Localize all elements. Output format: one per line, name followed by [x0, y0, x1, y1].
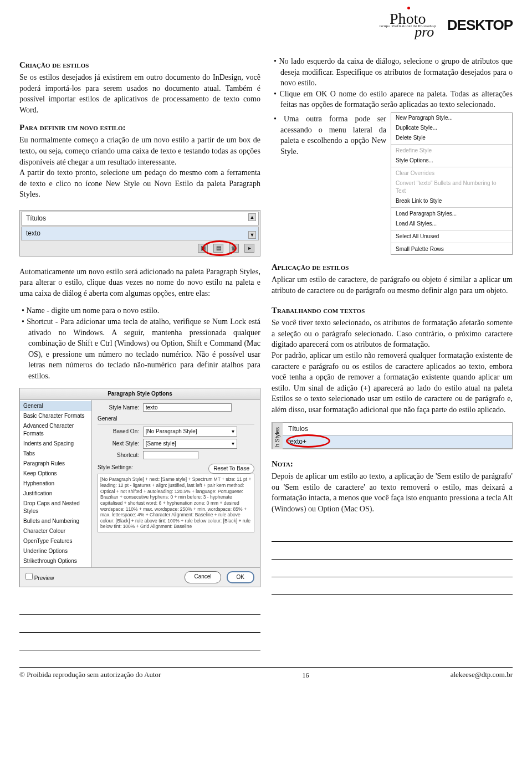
footer-email: alekeese@dtp.com.br	[451, 670, 513, 680]
sidebar-item[interactable]: Strikethrough Options	[20, 556, 91, 566]
para-intro: Se os estilos desejados já existirem em …	[19, 72, 260, 115]
palette-label: texto	[26, 229, 40, 237]
menu-item: Redefine Style	[391, 146, 512, 156]
section-general: General	[98, 415, 254, 424]
palette-row-titulos[interactable]: Títulos ▲	[21, 212, 259, 225]
figure-styles-palette: Títulos ▲ texto ▼ ▣ ▤ 🗑 ▸	[19, 210, 260, 257]
palette-tab[interactable]: h Styles	[272, 423, 283, 449]
left-column: Criação de estilos Se os estilos desejad…	[19, 56, 260, 650]
dialog-sidebar: General Basic Character Formats Advanced…	[20, 400, 92, 567]
sidebar-item[interactable]: Advanced Character Formats	[20, 421, 91, 439]
dialog-main: Style Name: General Based On: [No Paragr…	[92, 400, 260, 567]
para-definir1: Eu normalmente começo a criação de um no…	[19, 135, 260, 167]
bullet-select-group: No lado esquerdo da caixa de diálogo, se…	[272, 56, 513, 89]
notes-lines-right	[272, 524, 513, 595]
menu-item: Convert "texto" Bullets and Numbering to…	[391, 178, 512, 196]
bullet-list-right: No lado esquerdo da caixa de diálogo, se…	[272, 56, 513, 110]
new-style2-icon[interactable]: ▤	[213, 244, 223, 253]
menu-item[interactable]: New Paragraph Style...	[391, 113, 512, 123]
delete-style-icon[interactable]: 🗑	[229, 244, 239, 253]
reset-to-base-button[interactable]: Reset To Base	[208, 464, 254, 474]
footer-copyright: © Proibida reprodução sem autorização do…	[19, 670, 161, 680]
shortcut-label: Shortcut:	[98, 452, 139, 459]
figure-styles-palette2: h Styles Títulos texto+	[272, 422, 513, 450]
para-trab2: Por padrão, aplicar um estilo não remove…	[272, 350, 513, 416]
bullet-list-options: Name - digite um nome para o novo estilo…	[19, 305, 260, 381]
heading-aplicacao: Aplicação de estilos	[272, 261, 513, 273]
dialog-title: Paragraph Style Options	[20, 388, 260, 400]
logo-photopro: Photo Grupo Profissional de Photoshop pr…	[380, 11, 436, 39]
logo-desktop: DESKTOP	[447, 15, 513, 35]
bullet-shortcut: Shortcut - Para adicionar uma tecla de a…	[19, 316, 260, 382]
shortcut-input[interactable]	[143, 451, 198, 459]
based-on-label: Based On:	[98, 428, 139, 435]
menu-item[interactable]: Style Options...	[391, 156, 512, 166]
palette-label: Títulos	[26, 214, 46, 222]
sidebar-item[interactable]: Keep Options	[20, 469, 91, 479]
para-trab1: Se você tiver texto selecionado, os atri…	[272, 317, 513, 350]
heading-criacao: Criação de estilos	[19, 59, 260, 71]
sidebar-item[interactable]: Drop Caps and Nested Styles	[20, 499, 91, 516]
new-style-icon[interactable]: ▣	[198, 244, 208, 253]
header-logos: Photo Grupo Profissional de Photoshop pr…	[19, 11, 513, 39]
sidebar-item[interactable]: Bullets and Numbering	[20, 516, 91, 526]
menu-item[interactable]: Load All Styles...	[391, 219, 512, 229]
next-style-label: Next Style:	[98, 440, 139, 448]
menu-item[interactable]: Select All Unused	[391, 232, 512, 242]
style-name-label: Style Name:	[98, 404, 139, 412]
context-menu: New Paragraph Style... Duplicate Style..…	[391, 112, 513, 255]
palette-menu-icon[interactable]: ▸	[244, 244, 254, 253]
sidebar-item[interactable]: Underline Options	[20, 546, 91, 556]
palette2-label: texto+	[288, 438, 306, 445]
sidebar-item[interactable]: Basic Character Formats	[20, 411, 91, 421]
preview-checkbox[interactable]: Preview	[25, 573, 54, 582]
menu-item[interactable]: Load Paragraph Styles...	[391, 209, 512, 219]
palette2-row-titulos[interactable]: Títulos	[283, 423, 512, 436]
para-nota: Depois de aplicar um estilo ao texto, a …	[272, 471, 513, 514]
sidebar-item[interactable]: OpenType Features	[20, 536, 91, 546]
para-definir2: A partir do texto pronto, selecione um p…	[19, 167, 260, 200]
ok-button[interactable]: OK	[227, 571, 254, 583]
page-number: 16	[303, 671, 309, 680]
bullet-name: Name - digite um nome para o novo estilo…	[19, 305, 260, 316]
palette2-row-texto[interactable]: texto+	[283, 435, 512, 449]
settings-label: Style Settings:	[98, 464, 133, 470]
menu-item[interactable]: Small Palette Rows	[391, 244, 512, 254]
settings-text: [No Paragraph Style] + next: [Same style…	[98, 474, 254, 532]
menu-item[interactable]: Break Link to Style	[391, 196, 512, 206]
para-aplicar: Aplicar um estilo de caractere, de parág…	[272, 274, 513, 296]
sidebar-item[interactable]: Paragraph Rules	[20, 459, 91, 469]
sidebar-item[interactable]: Tabs	[20, 449, 91, 459]
right-column: No lado esquerdo da caixa de diálogo, se…	[272, 56, 513, 650]
paragraph-style-dialog: Paragraph Style Options General Basic Ch…	[19, 388, 260, 587]
heading-definir: Para definir um novo estilo:	[19, 122, 260, 134]
para-auto: Automaticamente um novo estilo será adic…	[19, 266, 260, 299]
scroll-down-icon[interactable]: ▼	[248, 231, 256, 239]
sidebar-item[interactable]: Justification	[20, 489, 91, 499]
menu-item[interactable]: Duplicate Style...	[391, 123, 512, 133]
based-on-select[interactable]: [No Paragraph Style]	[143, 427, 237, 437]
menu-item[interactable]: Delete Style	[391, 133, 512, 143]
sidebar-item[interactable]: General	[20, 401, 91, 411]
next-style-select[interactable]: [Same style]	[143, 439, 237, 449]
sidebar-item[interactable]: Hyphenation	[20, 479, 91, 489]
sidebar-item[interactable]: Indents and Spacing	[20, 439, 91, 449]
page-footer: © Proibida reprodução sem autorização do…	[19, 667, 513, 680]
heading-trabalhando: Trabalhando com textos	[272, 305, 513, 316]
bullet-click-ok: Clique em OK O nome do estilo aparece na…	[272, 89, 513, 110]
palette-row-texto[interactable]: texto ▼	[21, 227, 259, 240]
menu-item: Clear Overrides	[391, 168, 512, 178]
style-name-input[interactable]	[143, 403, 232, 412]
cancel-button[interactable]: Cancel	[185, 571, 221, 583]
heading-nota: Nota:	[272, 458, 513, 470]
sidebar-item[interactable]: Character Colour	[20, 526, 91, 536]
notes-lines-left	[19, 597, 260, 650]
scroll-up-icon[interactable]: ▲	[248, 213, 256, 221]
preview-check[interactable]	[25, 573, 33, 580]
